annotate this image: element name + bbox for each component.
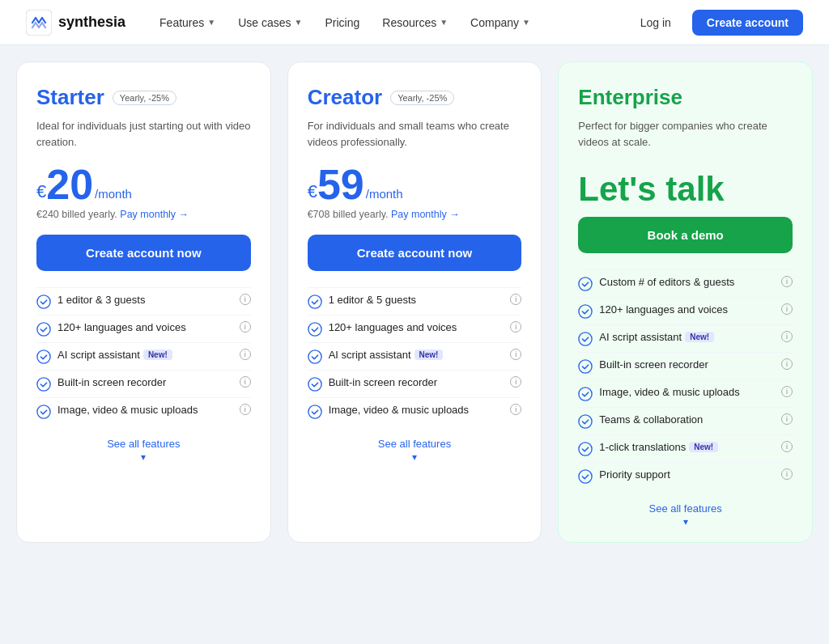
svg-point-16 (579, 415, 592, 428)
feature-ai-script-creator: AI script assistant New! i (308, 342, 522, 370)
plan-starter-billed: €240 billed yearly. Pay monthly → (36, 209, 251, 220)
plan-creator-amount: 59 (317, 163, 364, 205)
check-icon (578, 414, 593, 429)
creator-cta-button[interactable]: Create account now (308, 235, 522, 271)
info-icon[interactable]: i (781, 468, 793, 480)
feature-languages-starter: 120+ languages and voices i (36, 315, 251, 342)
plan-enterprise-name: Enterprise (578, 85, 682, 110)
nav-resources-label: Resources (382, 16, 436, 29)
feature-screen-recorder-creator-text: Built-in screen recorder (329, 376, 437, 388)
info-icon[interactable]: i (240, 321, 251, 333)
logo-text: synthesia (58, 14, 125, 31)
feature-ai-script-creator-text: AI script assistant (329, 349, 411, 361)
nav-features[interactable]: Features ▼ (151, 11, 223, 34)
check-icon (308, 350, 322, 364)
info-icon[interactable]: i (781, 276, 793, 287)
login-button[interactable]: Log in (629, 11, 682, 35)
info-icon[interactable]: i (510, 321, 521, 333)
create-account-button[interactable]: Create account (692, 10, 803, 36)
check-icon (578, 304, 593, 319)
navbar: synthesia Features ▼ Use cases ▼ Pricing… (0, 0, 829, 45)
info-icon[interactable]: i (781, 386, 793, 397)
check-icon (578, 387, 593, 401)
chevron-down-icon: ▼ (295, 18, 303, 27)
feature-languages-creator: 120+ languages and voices i (308, 315, 522, 342)
plan-starter-name: Starter (36, 85, 104, 110)
plan-creator-price-row: € 59 /month (308, 163, 522, 205)
svg-point-15 (579, 388, 592, 400)
enterprise-cta-button[interactable]: Book a demo (578, 217, 793, 253)
info-icon[interactable]: i (781, 413, 793, 425)
feature-languages-starter-text: 120+ languages and voices (57, 321, 186, 333)
svg-point-14 (579, 360, 592, 373)
svg-point-4 (37, 378, 50, 391)
pay-monthly-link-creator[interactable]: Pay monthly → (391, 209, 460, 220)
plan-starter-header: Starter Yearly, -25% (36, 85, 251, 110)
feature-screen-recorder-starter-text: Built-in screen recorder (57, 376, 166, 388)
plan-starter-amount: 20 (46, 163, 93, 205)
nav-pricing[interactable]: Pricing (317, 11, 368, 34)
chevron-down-icon: ▼ (207, 18, 215, 27)
info-icon[interactable]: i (240, 294, 251, 305)
feature-priority-support-enterprise-text: Priority support (599, 468, 670, 481)
feature-ai-script-starter: AI script assistant New! i (36, 342, 251, 370)
plan-creator-billed: €708 billed yearly. Pay monthly → (308, 209, 522, 220)
info-icon[interactable]: i (240, 376, 251, 388)
check-icon (36, 405, 51, 419)
info-icon[interactable]: i (781, 358, 793, 370)
nav-use-cases[interactable]: Use cases ▼ (230, 11, 310, 34)
feature-screen-recorder-enterprise: Built-in screen recorder i (578, 352, 793, 379)
chevron-down-icon: ▼ (522, 18, 530, 27)
feature-languages-enterprise: 120+ languages and voices i (578, 297, 793, 324)
nav-resources[interactable]: Resources ▼ (374, 11, 456, 34)
info-icon[interactable]: i (510, 404, 521, 415)
feature-languages-enterprise-text: 120+ languages and voices (599, 303, 728, 316)
plan-creator-header: Creator Yearly, -25% (308, 85, 522, 110)
info-icon[interactable]: i (781, 331, 793, 342)
nav-links: Features ▼ Use cases ▼ Pricing Resources… (151, 11, 603, 34)
check-icon (36, 322, 51, 337)
plan-enterprise-desc: Perfect for bigger companies who create … (578, 118, 793, 150)
feature-uploads-starter-text: Image, video & music uploads (57, 404, 198, 416)
check-icon (578, 469, 593, 484)
info-icon[interactable]: i (510, 294, 521, 305)
badge-new: New! (689, 442, 718, 452)
info-icon[interactable]: i (781, 441, 793, 452)
info-icon[interactable]: i (510, 376, 521, 388)
check-icon (36, 294, 51, 309)
check-icon (578, 332, 593, 346)
info-icon[interactable]: i (510, 349, 521, 360)
check-icon (578, 359, 593, 374)
logo[interactable]: synthesia (26, 10, 125, 36)
feature-ai-script-enterprise-text: AI script assistant (599, 331, 682, 343)
nav-company[interactable]: Company ▼ (462, 11, 538, 34)
info-icon[interactable]: i (781, 303, 793, 315)
chevron-down-icon: ▾ (141, 451, 146, 463)
check-icon (578, 277, 593, 291)
svg-point-12 (579, 305, 592, 318)
badge-new: New! (414, 350, 444, 360)
check-icon (308, 405, 322, 419)
see-all-features-enterprise[interactable]: See all features ▾ (578, 489, 793, 542)
info-icon[interactable]: i (240, 349, 251, 360)
svg-point-8 (308, 350, 321, 363)
check-icon (308, 322, 322, 337)
feature-priority-support-enterprise: Priority support i (578, 462, 793, 489)
plan-starter-per: /month (95, 187, 132, 201)
page-content: Starter Yearly, -25% Ideal for individua… (0, 0, 829, 644)
see-all-features-creator[interactable]: See all features ▾ (308, 425, 522, 477)
feature-uploads-enterprise-text: Image, video & music uploads (599, 386, 739, 398)
check-icon (36, 350, 51, 364)
see-all-features-starter[interactable]: See all features ▾ (36, 425, 251, 477)
nav-actions: Log in Create account (629, 10, 803, 36)
svg-point-13 (579, 333, 592, 345)
info-icon[interactable]: i (240, 404, 251, 415)
pay-monthly-link-starter[interactable]: Pay monthly → (120, 209, 189, 220)
svg-point-7 (308, 323, 321, 336)
plan-creator-name: Creator (308, 85, 382, 110)
plan-starter-price-row: € 20 /month (36, 163, 251, 205)
feature-uploads-enterprise: Image, video & music uploads i (578, 379, 793, 407)
nav-use-cases-label: Use cases (238, 16, 291, 29)
chevron-down-icon: ▾ (412, 451, 417, 463)
starter-cta-button[interactable]: Create account now (36, 235, 251, 271)
